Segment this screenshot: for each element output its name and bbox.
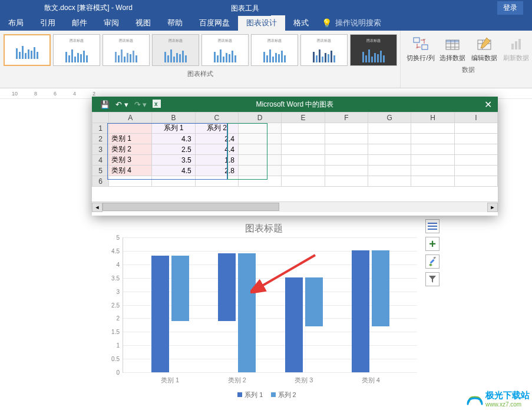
col-b[interactable]: B: [152, 113, 195, 123]
excel-grid[interactable]: A B C D E F G H I 1系列 1系列 2 2类别 14.32.4 …: [92, 112, 498, 201]
svg-rect-0: [414, 38, 419, 42]
chart-legend[interactable]: 系列 1 系列 2: [105, 391, 423, 399]
chart-elements-button[interactable]: +: [425, 237, 440, 251]
undo-icon[interactable]: ↶ ▾: [115, 100, 128, 109]
excel-scrollbar[interactable]: ◄ ►: [92, 201, 498, 212]
svg-rect-20: [433, 257, 436, 259]
word-titlebar: 散文.docx [兼容模式] - Word 图表工具 登录: [0, 0, 532, 15]
lightbulb-icon: 💡: [322, 18, 332, 28]
tab-baidu[interactable]: 百度网盘: [191, 15, 238, 31]
watermark-logo-icon: [467, 392, 483, 405]
edit-data-icon: [475, 34, 494, 53]
tab-format[interactable]: 格式: [285, 15, 317, 31]
switch-icon: [411, 34, 430, 53]
chart-style-6[interactable]: 图表标题: [251, 34, 298, 66]
svg-rect-19: [430, 259, 435, 264]
edit-data-button[interactable]: 编辑数据: [470, 34, 498, 62]
chart-styles-group: 图表标题 图表标题 图表标题 图表标题 图表标题 图表标题 图表标题 图表样式: [0, 31, 401, 88]
tab-view[interactable]: 视图: [127, 15, 159, 31]
ribbon-content: 图表标题 图表标题 图表标题 图表标题 图表标题 图表标题 图表标题 图表样式 …: [0, 31, 532, 88]
excel-data-window: 💾 ↶ ▾ ↷ ▾ x Microsoft Word 中的图表 ✕ A B C …: [92, 97, 498, 216]
document-area: 💾 ↶ ▾ ↷ ▾ x Microsoft Word 中的图表 ✕ A B C …: [0, 99, 532, 410]
styles-group-label: 图表样式: [187, 70, 213, 78]
col-g[interactable]: G: [368, 113, 411, 123]
svg-text:x: x: [154, 101, 158, 107]
data-group-label: 数据: [462, 65, 475, 74]
refresh-icon: [507, 34, 526, 53]
scroll-left-icon[interactable]: ◄: [92, 203, 103, 212]
ribbon-tabs: 布局 引用 邮件 审阅 视图 帮助 百度网盘 图表设计 格式 💡 操作说明搜索: [0, 15, 532, 31]
tab-review[interactable]: 审阅: [95, 15, 127, 31]
switch-row-col-button[interactable]: 切换行/列: [407, 34, 435, 62]
legend-swatch-1: [237, 392, 242, 397]
plot-area[interactable]: 00.511.522.533.544.55类别 1类别 2类别 3类别 4: [123, 237, 417, 373]
chart-tools-tab: 图表工具: [219, 0, 271, 16]
tab-references[interactable]: 引用: [32, 15, 64, 31]
col-i[interactable]: I: [454, 113, 497, 123]
chart-layout-button[interactable]: [425, 219, 440, 233]
tab-layout[interactable]: 布局: [0, 15, 32, 31]
col-e[interactable]: E: [282, 113, 325, 123]
col-a[interactable]: A: [109, 113, 152, 123]
col-c[interactable]: C: [195, 113, 238, 123]
select-data-button[interactable]: 选择数据: [438, 34, 467, 62]
select-data-icon: [443, 34, 462, 53]
save-icon[interactable]: 💾: [100, 100, 110, 109]
scroll-right-icon[interactable]: ►: [487, 203, 498, 212]
close-icon[interactable]: ✕: [484, 99, 492, 110]
tell-me-input[interactable]: 操作说明搜索: [335, 18, 381, 28]
login-button[interactable]: 登录: [497, 1, 523, 15]
chart-style-7[interactable]: 图表标题: [300, 34, 348, 66]
excel-window-title: Microsoft Word 中的图表: [256, 100, 334, 110]
tab-help[interactable]: 帮助: [159, 15, 191, 31]
chart-style-8[interactable]: 图表标题: [350, 34, 397, 66]
chart-title[interactable]: 图表标题: [105, 223, 423, 235]
chart-style-4[interactable]: 图表标题: [152, 34, 199, 66]
tab-mailings[interactable]: 邮件: [64, 15, 95, 31]
svg-rect-1: [422, 45, 428, 49]
svg-rect-12: [515, 41, 517, 49]
chart-style-1[interactable]: [4, 34, 51, 66]
chart-side-buttons: +: [425, 219, 440, 286]
tab-chart-design[interactable]: 图表设计: [238, 15, 285, 31]
col-f[interactable]: F: [325, 113, 368, 123]
svg-rect-7: [446, 40, 459, 42]
excel-icon[interactable]: x: [153, 100, 161, 110]
col-h[interactable]: H: [411, 113, 454, 123]
legend-swatch-2: [271, 392, 276, 397]
chart-filter-button[interactable]: [425, 272, 440, 286]
redo-icon[interactable]: ↷ ▾: [134, 100, 147, 109]
chart-style-5[interactable]: 图表标题: [201, 34, 249, 66]
chart-style-3[interactable]: 图表标题: [103, 34, 150, 66]
document-title: 散文.docx [兼容模式] - Word: [44, 3, 133, 13]
svg-rect-13: [518, 39, 521, 49]
select-all-corner[interactable]: [92, 113, 109, 123]
chart-style-2[interactable]: 图表标题: [53, 34, 100, 66]
data-group: 切换行/列 选择数据 编辑数据 刷新数据 数据: [401, 31, 532, 88]
watermark: 极光下载站 www.xz7.com: [467, 390, 530, 408]
svg-rect-11: [511, 44, 514, 49]
col-d[interactable]: D: [239, 113, 282, 123]
chart-styles-button[interactable]: [425, 254, 440, 269]
chart-object[interactable]: 图表标题 00.511.522.533.544.55类别 1类别 2类别 3类别…: [105, 223, 423, 405]
refresh-data-button: 刷新数据: [502, 34, 530, 62]
excel-titlebar: 💾 ↶ ▾ ↷ ▾ x Microsoft Word 中的图表 ✕: [92, 97, 498, 112]
scroll-thumb[interactable]: [103, 203, 279, 211]
